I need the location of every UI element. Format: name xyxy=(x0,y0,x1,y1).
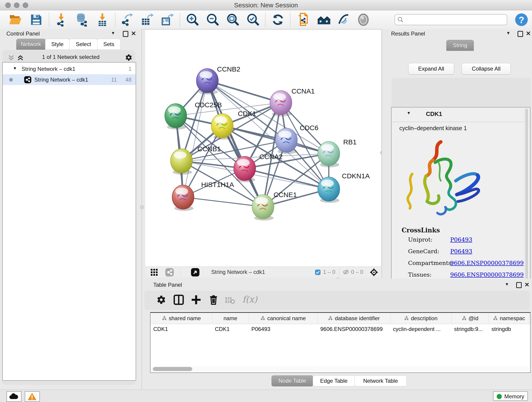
table-column-header[interactable]: name xyxy=(212,313,249,324)
network-node[interactable] xyxy=(234,156,256,182)
table-column-header[interactable]: description xyxy=(390,313,452,324)
import-database-icon[interactable] xyxy=(75,13,89,27)
table-options-gear-icon[interactable] xyxy=(155,294,168,307)
network-icon-toggle[interactable] xyxy=(165,268,174,278)
export-table-icon[interactable] xyxy=(140,13,154,27)
panel-float-icon[interactable] xyxy=(518,31,523,37)
search-input[interactable] xyxy=(405,15,505,23)
crosslink-link[interactable]: P06493 xyxy=(450,248,472,255)
vertical-splitter-grip[interactable] xyxy=(140,205,144,209)
collapse-section-icon[interactable]: ▼ xyxy=(407,111,411,115)
node-attribute-table[interactable]: shared namenamecanonical namedatabase id… xyxy=(150,312,531,373)
crosslink-link[interactable]: P06493 xyxy=(450,236,472,243)
network-node[interactable] xyxy=(165,104,187,129)
panel-menu-icon[interactable]: ▾ xyxy=(507,30,510,36)
panel-menu-icon[interactable]: ▾ xyxy=(112,30,114,36)
table-column-header[interactable]: namespac xyxy=(489,313,530,324)
table-cell[interactable]: CDK1 xyxy=(212,324,249,334)
panel-close-icon[interactable]: ✕ xyxy=(526,30,531,37)
network-graph[interactable]: CCNB2CCNA1CDC25BCDK1CDC6RB1CCNB1CCNA2CDK… xyxy=(145,30,381,267)
panel-float-icon[interactable] xyxy=(516,282,522,288)
network-row[interactable]: String Network – cdk1 11 48 xyxy=(3,74,136,85)
crosslink-link[interactable]: 9606.ENSP00000378699 xyxy=(450,260,524,266)
selected-checkbox-icon[interactable] xyxy=(315,269,321,277)
show-columns-icon[interactable] xyxy=(173,294,186,307)
fit-content-crosshair-icon[interactable] xyxy=(369,268,379,278)
node-card-header[interactable]: ▼ CDK1 xyxy=(392,108,530,122)
collection-expand-icon[interactable]: ▼ xyxy=(13,63,17,74)
zoom-fit-icon[interactable] xyxy=(226,13,240,27)
houses-icon[interactable] xyxy=(317,13,331,27)
memory-button[interactable]: Memory xyxy=(493,391,528,401)
network-node[interactable] xyxy=(318,177,340,203)
table-cell[interactable]: 9606.ENSP00000378699 xyxy=(317,324,390,334)
tab-node-table[interactable]: Node Table xyxy=(272,375,313,386)
network-node[interactable] xyxy=(275,128,298,154)
refresh-icon[interactable] xyxy=(271,13,285,27)
network-edge[interactable] xyxy=(183,197,263,207)
import-table-icon[interactable] xyxy=(96,13,109,27)
network-canvas[interactable]: CCNB2CCNA1CDC25BCDK1CDC6RB1CCNB1CCNA2CDK… xyxy=(145,30,381,267)
network-edge[interactable] xyxy=(183,81,207,197)
zoom-selected-icon[interactable] xyxy=(246,13,260,27)
network-node[interactable] xyxy=(211,114,233,140)
network-edge[interactable] xyxy=(245,168,329,189)
grid-view-icon[interactable] xyxy=(150,268,158,278)
table-cell[interactable]: stringdb xyxy=(489,324,529,334)
birdseye-view-icon[interactable] xyxy=(191,268,200,278)
table-cell[interactable]: CDK1 xyxy=(151,324,212,334)
import-network-icon[interactable] xyxy=(55,13,68,27)
panel-menu-icon[interactable]: ▾ xyxy=(506,281,508,287)
table-horizontal-scrollbar[interactable] xyxy=(151,366,529,371)
table-cell[interactable]: P06493 xyxy=(249,324,317,334)
zoom-in-icon[interactable] xyxy=(186,13,200,27)
tab-string[interactable]: String xyxy=(446,40,474,51)
network-node[interactable] xyxy=(252,195,274,220)
network-collection-row[interactable]: ▼ String Network – cdk1 1 xyxy=(3,64,136,74)
tab-style[interactable]: Style xyxy=(45,39,70,50)
open-session-icon[interactable] xyxy=(9,13,22,27)
network-options-gear-icon[interactable] xyxy=(124,53,133,63)
copy-annotations-icon[interactable] xyxy=(297,13,311,27)
table-column-header[interactable]: shared name xyxy=(151,313,212,324)
save-session-icon[interactable] xyxy=(29,13,43,27)
expand-all-button[interactable]: Expand All xyxy=(408,63,454,75)
results-scrollbar[interactable] xyxy=(525,108,529,292)
table-cell[interactable]: cyclin-dependent ... xyxy=(390,324,451,334)
tab-sets[interactable]: Sets xyxy=(97,39,120,50)
table-scrollbar-thumb[interactable] xyxy=(153,367,192,371)
column-namespace-icon xyxy=(404,316,409,321)
delete-table-icon[interactable] xyxy=(225,296,238,309)
export-image-icon[interactable] xyxy=(160,13,174,27)
warning-status-button[interactable] xyxy=(25,391,40,402)
cloud-status-button[interactable] xyxy=(6,391,22,402)
tab-network[interactable]: Network xyxy=(16,39,46,50)
panel-close-icon[interactable]: ✕ xyxy=(131,30,136,37)
export-network-icon[interactable] xyxy=(120,13,134,27)
table-cell[interactable]: stringdb:9... xyxy=(451,324,489,334)
function-builder-icon[interactable]: f(x) xyxy=(242,294,255,307)
delete-column-icon[interactable] xyxy=(208,294,220,307)
network-edge[interactable] xyxy=(207,81,281,103)
table-column-header[interactable]: database identifier xyxy=(317,313,390,324)
table-column-header[interactable]: canonical name xyxy=(249,313,318,324)
zoom-out-icon[interactable] xyxy=(206,13,220,27)
tab-network-table[interactable]: Network Table xyxy=(355,375,407,386)
network-node[interactable] xyxy=(318,141,340,167)
sphere-effect-icon[interactable] xyxy=(356,13,370,27)
network-node[interactable] xyxy=(172,185,194,211)
network-node[interactable] xyxy=(270,90,292,116)
hide-glass-effect-icon[interactable] xyxy=(337,13,351,27)
network-node[interactable] xyxy=(171,149,192,175)
crosslink-link[interactable]: 9606.ENSP00000378699 xyxy=(450,271,524,278)
table-column-header[interactable]: @id xyxy=(451,313,489,324)
panel-close-icon[interactable]: ✕ xyxy=(525,281,530,288)
collapse-all-button[interactable]: Collapse All xyxy=(462,63,511,75)
help-icon[interactable]: ? xyxy=(515,13,528,27)
panel-float-icon[interactable] xyxy=(123,31,128,37)
tab-edge-table[interactable]: Edge Table xyxy=(313,375,355,386)
tab-select[interactable]: Select xyxy=(69,39,98,50)
network-node[interactable] xyxy=(196,69,218,95)
create-column-icon[interactable] xyxy=(190,294,203,307)
results-scrollbar-thumb[interactable] xyxy=(525,108,528,287)
